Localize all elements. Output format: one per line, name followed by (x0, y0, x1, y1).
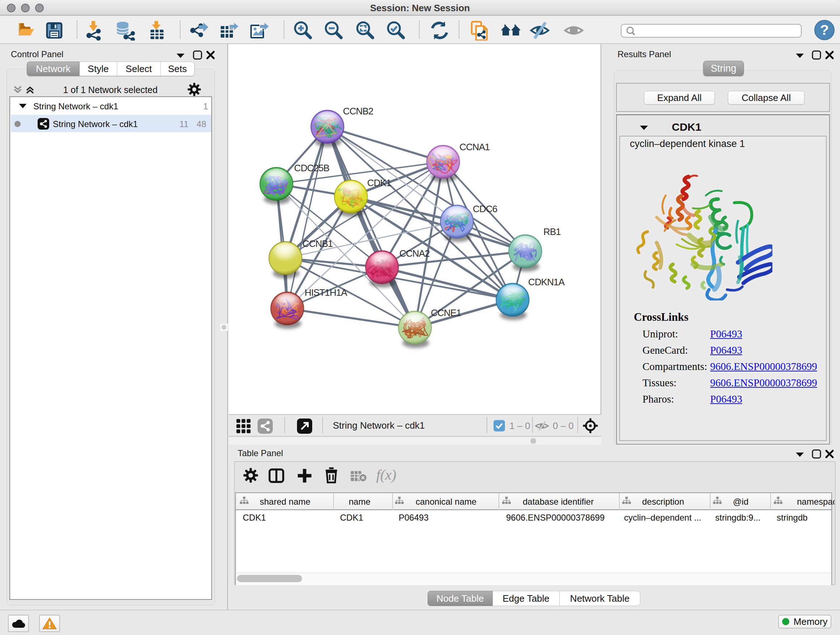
svg-text:CDK1: CDK1 (367, 177, 391, 188)
svg-text:HIST1H1A: HIST1H1A (305, 287, 347, 298)
svg-text:CDC6: CDC6 (473, 203, 497, 214)
svg-text:CCNE1: CCNE1 (431, 307, 461, 318)
svg-text:?: ? (820, 22, 829, 38)
svg-text:CCNA2: CCNA2 (399, 248, 430, 259)
svg-text:RB1: RB1 (543, 226, 561, 237)
svg-text:CDC25B: CDC25B (294, 163, 329, 173)
svg-text:CCNB1: CCNB1 (302, 238, 333, 249)
svg-text:CCNB2: CCNB2 (343, 106, 373, 117)
svg-text:CDKN1A: CDKN1A (528, 277, 565, 287)
svg-text:CCNA1: CCNA1 (459, 141, 490, 152)
